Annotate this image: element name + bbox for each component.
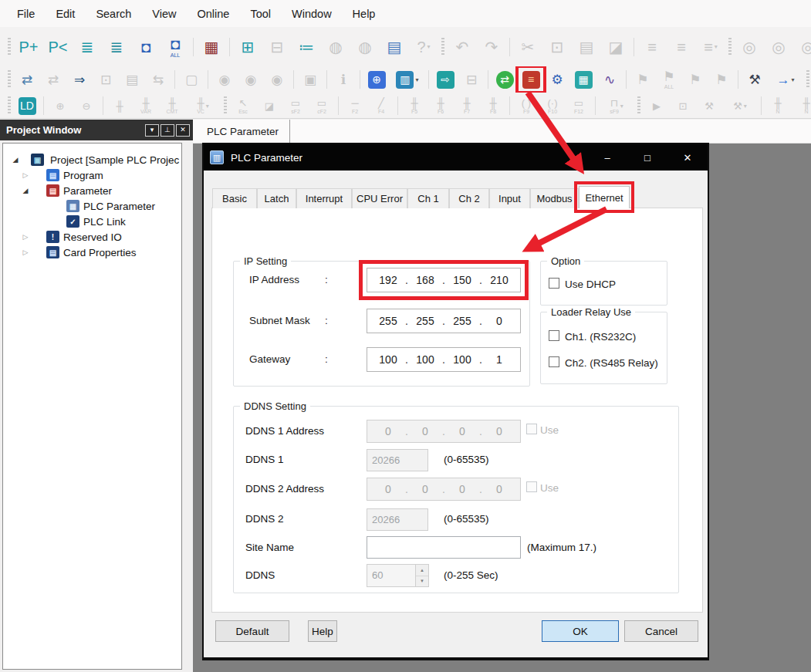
zoom-in-icon: ⊕ xyxy=(56,101,65,111)
cancel-button[interactable]: Cancel xyxy=(624,620,698,642)
network-browser-icon: ⊕ xyxy=(368,71,386,89)
save-all-button[interactable]: ◘ALL xyxy=(162,34,188,60)
connect-run-icon: ⇒ xyxy=(74,73,85,86)
subnet-mask-field[interactable]: 255.255.255.0 xyxy=(367,309,521,333)
f12-coil-button: ▭F12 xyxy=(567,95,590,117)
cut-button: ✂ xyxy=(515,34,541,60)
tab-ethernet[interactable]: Ethernet xyxy=(579,186,630,208)
chevron-expanded-icon[interactable]: ◢ xyxy=(11,156,20,164)
connect-run-button[interactable]: ⇒ xyxy=(68,69,91,90)
bookmark-previous-button: ⚑ xyxy=(684,69,707,90)
document-tab-plc-parameter[interactable]: PLC Parameter xyxy=(193,120,290,143)
project-tree: ◢▣Project [Sample PLC Projec▷▤Program◢▤P… xyxy=(2,143,182,670)
delete-button: ◪ xyxy=(603,34,629,60)
menu-edit[interactable]: Edit xyxy=(56,8,75,20)
pause-mode-button: ◉ xyxy=(265,69,289,90)
tab-ch-1[interactable]: Ch 1 xyxy=(407,188,449,208)
tab-basic[interactable]: Basic xyxy=(212,188,257,208)
menu-window[interactable]: Window xyxy=(292,8,332,20)
tab-cpu-error[interactable]: CPU Error xyxy=(352,188,407,208)
save-all-icon: ◘ xyxy=(171,36,180,52)
application-window: FileEditSearchViewOnlineToolWindowHelp P… xyxy=(0,0,811,672)
project-window-menu-dropdown-button[interactable]: ▾ xyxy=(145,124,159,137)
menu-view[interactable]: View xyxy=(152,8,176,20)
project-window-pin-button[interactable]: ⊥ xyxy=(161,124,174,137)
dropdown-caret-icon: ▾ xyxy=(744,103,747,110)
ch1-rs232c-checkbox[interactable] xyxy=(549,330,559,341)
gateway-field[interactable]: 100.100.100.1 xyxy=(367,347,521,372)
ch2-rs485-checkbox[interactable] xyxy=(549,356,559,367)
default-button[interactable]: Default xyxy=(215,620,289,642)
menu-search[interactable]: Search xyxy=(96,8,131,20)
site-name-input[interactable] xyxy=(367,536,521,559)
print-button[interactable]: ▤ xyxy=(381,34,407,60)
ip-dot: . xyxy=(402,315,411,327)
tab-modbus[interactable]: Modbus xyxy=(530,188,579,208)
new-item-button[interactable]: ≣ xyxy=(74,34,100,60)
tab-ch-2[interactable]: Ch 2 xyxy=(449,188,489,208)
data-transfer-button[interactable]: ⇨ xyxy=(434,69,457,90)
special-module-monitor-button[interactable]: ▦ xyxy=(572,69,595,90)
chevron-expanded-icon[interactable]: ◢ xyxy=(21,187,30,194)
menu-file[interactable]: File xyxy=(17,8,35,20)
menu-tool[interactable]: Tool xyxy=(250,8,271,20)
tree-item-project-sample-plc-projec[interactable]: ◢▣Project [Sample PLC Projec xyxy=(3,152,181,167)
project-window-close-button[interactable]: ✕ xyxy=(176,124,190,137)
minimize-button[interactable]: – xyxy=(587,144,627,171)
settings-gear-button[interactable]: ⚙ xyxy=(546,69,569,90)
ld-program-button[interactable]: LD xyxy=(15,95,39,117)
network-browser-button[interactable]: ⊕ xyxy=(365,69,388,90)
tree-item-program[interactable]: ▷▤Program xyxy=(3,167,181,183)
compile-button: ▶ xyxy=(645,95,668,117)
import-item-button[interactable]: ≣ xyxy=(103,34,130,60)
ddns1-use-label: Use xyxy=(540,424,559,436)
system-diagnosis-button[interactable]: ▥▾ xyxy=(391,69,424,90)
open-project-button[interactable]: P< xyxy=(45,34,71,60)
tab-input[interactable]: Input xyxy=(489,188,530,208)
help-button[interactable]: Help xyxy=(308,620,337,642)
plc-parameter-button[interactable]: ≡ xyxy=(519,69,542,90)
tree-item-reserved-io[interactable]: ▷!Reserved IO xyxy=(3,229,181,245)
tab-interrupt[interactable]: Interrupt xyxy=(296,188,352,208)
close-button[interactable]: ✕ xyxy=(667,144,708,171)
add-item-button[interactable]: ⊞ xyxy=(235,34,261,60)
item-list-button[interactable]: ≔ xyxy=(293,34,319,60)
tree-item-plc-parameter[interactable]: ▦PLC Parameter xyxy=(3,198,181,214)
maximize-button[interactable]: □ xyxy=(627,144,667,171)
toolbar-separator xyxy=(229,38,230,56)
menu-help[interactable]: Help xyxy=(353,8,376,20)
customize-tools-button[interactable]: ⚒ xyxy=(743,69,766,90)
trend-monitor-button[interactable]: ∿ xyxy=(598,69,621,90)
use-dhcp-checkbox[interactable] xyxy=(549,278,559,289)
ddns-interval-spinner: 60 ▲ ▼ xyxy=(367,564,429,587)
chevron-collapsed-icon[interactable]: ▷ xyxy=(21,171,30,179)
save-button[interactable]: ◘ xyxy=(133,34,159,60)
parameter-folder-icon: ▤ xyxy=(46,184,59,197)
tree-item-card-properties[interactable]: ▷▤Card Properties xyxy=(3,245,181,260)
ip-octet: 100 xyxy=(448,353,476,366)
ok-button[interactable]: OK xyxy=(542,620,619,642)
multi-window-grid-button[interactable]: ▦ xyxy=(198,34,225,60)
find-previous-icon: ◎ xyxy=(772,39,785,55)
download-icon: ◍ xyxy=(329,39,342,55)
f5-contact-button: ╫F5 xyxy=(403,95,426,117)
variable-contact-label: VAR xyxy=(140,109,151,114)
new-project-button[interactable]: P+ xyxy=(15,34,42,60)
ip-dot: . xyxy=(439,353,448,366)
plc-information-icon: ℹ xyxy=(341,73,346,86)
connect-button[interactable]: ⇄ xyxy=(15,69,39,90)
delete-line-button: ≡ xyxy=(668,34,694,60)
chevron-collapsed-icon[interactable]: ▷ xyxy=(21,233,30,241)
network-shuffle-button[interactable]: ⇄ xyxy=(493,69,516,90)
user-tools-button[interactable]: →▾ xyxy=(769,69,802,90)
tree-item-parameter[interactable]: ◢▤Parameter xyxy=(3,183,181,198)
menu-online[interactable]: Online xyxy=(198,8,230,20)
dropdown-caret-icon: ▾ xyxy=(715,43,718,50)
copy-icon: ⊡ xyxy=(551,39,564,55)
tree-item-plc-link[interactable]: ✓PLC Link xyxy=(3,214,181,229)
tab-latch[interactable]: Latch xyxy=(257,188,296,208)
f4-contact-label: F4 xyxy=(378,109,384,114)
f9-coil-label: F9 xyxy=(523,109,529,114)
ip-address-field[interactable]: 192.168.150.210 xyxy=(367,268,521,292)
chevron-collapsed-icon[interactable]: ▷ xyxy=(21,248,30,256)
